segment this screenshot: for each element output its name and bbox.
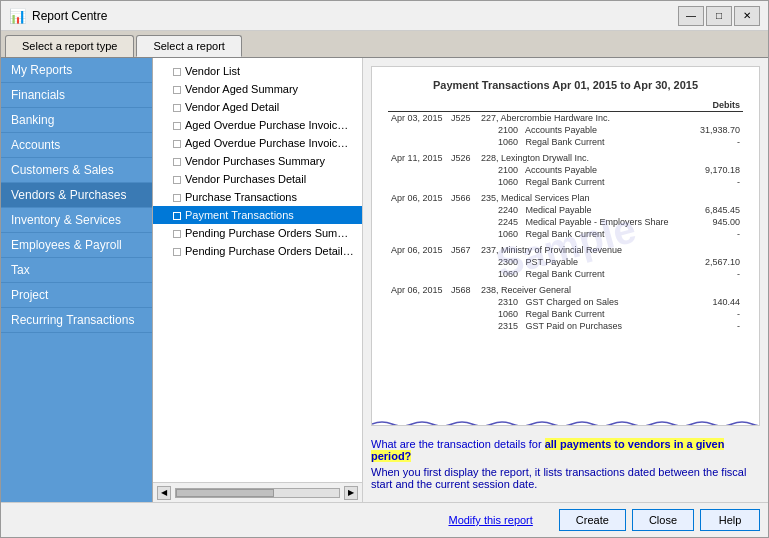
table-row: Apr 11, 2015 J526 228, Lexington Drywall… [388, 152, 743, 164]
title-bar-buttons: — □ ✕ [678, 6, 760, 26]
tab-select-a-report[interactable]: Select a report [136, 35, 242, 57]
middle-panel: Vendor List Vendor Aged Summary Vendor A… [153, 58, 363, 502]
wavy-svg [372, 420, 759, 425]
scroll-left-arrow[interactable]: ◀ [157, 486, 171, 500]
table-row: 2100 Accounts Payable 31,938.70 [388, 124, 743, 136]
scroll-right-arrow[interactable]: ▶ [344, 486, 358, 500]
list-item-pending-purchase-orders-sum[interactable]: Pending Purchase Orders Summary by V... [153, 224, 362, 242]
table-row: 2100 Accounts Payable 9,170.18 [388, 164, 743, 176]
title-bar-left: 📊 Report Centre [9, 8, 107, 24]
table-row: Apr 06, 2015 J566 235, Medical Services … [388, 192, 743, 204]
minimize-button[interactable]: — [678, 6, 704, 26]
create-button[interactable]: Create [559, 509, 626, 531]
report-list: Vendor List Vendor Aged Summary Vendor A… [153, 58, 362, 482]
left-panel: My Reports Financials Banking Accounts C… [1, 58, 153, 502]
sidebar-item-vendors-purchases[interactable]: Vendors & Purchases [1, 183, 152, 208]
sidebar-item-project[interactable]: Project [1, 283, 152, 308]
bullet-icon [173, 122, 181, 130]
sidebar-item-accounts[interactable]: Accounts [1, 133, 152, 158]
list-item-aged-overdue-det[interactable]: Aged Overdue Purchase Invoices Deta... [153, 134, 362, 152]
list-item-aged-overdue-sum[interactable]: Aged Overdue Purchase Invoices Sum... [153, 116, 362, 134]
table-row: 1060 Regal Bank Current - [388, 136, 743, 148]
list-item-vendor-purchases-detail[interactable]: Vendor Purchases Detail [153, 170, 362, 188]
table-row: Apr 03, 2015 J525 227, Abercrombie Hardw… [388, 112, 743, 125]
wavy-border [372, 417, 759, 425]
sidebar-item-recurring-transactions[interactable]: Recurring Transactions [1, 308, 152, 333]
list-item-payment-transactions[interactable]: Payment Transactions [153, 206, 362, 224]
list-item-purchase-transactions[interactable]: Purchase Transactions [153, 188, 362, 206]
preview-title: Payment Transactions Apr 01, 2015 to Apr… [388, 79, 743, 91]
main-body: My Reports Financials Banking Accounts C… [1, 57, 768, 502]
tab-row: Select a report type Select a report [1, 31, 768, 57]
bullet-icon [173, 158, 181, 166]
report-centre-window: 📊 Report Centre — □ ✕ Select a report ty… [0, 0, 769, 538]
close-button[interactable]: ✕ [734, 6, 760, 26]
sidebar-item-inventory-services[interactable]: Inventory & Services [1, 208, 152, 233]
table-row: Apr 06, 2015 J568 238, Receiver General [388, 284, 743, 296]
sidebar-item-customers-sales[interactable]: Customers & Sales [1, 158, 152, 183]
tab-select-report-type[interactable]: Select a report type [5, 35, 134, 57]
bullet-icon [173, 140, 181, 148]
list-item-vendor-purchases-summary[interactable]: Vendor Purchases Summary [153, 152, 362, 170]
table-row: 2310 GST Charged on Sales 140.44 [388, 296, 743, 308]
description-question: What are the transaction details for all… [371, 438, 760, 462]
table-row: 1060 Regal Bank Current - [388, 268, 743, 280]
bullet-icon [173, 194, 181, 202]
preview-content: Payment Transactions Apr 01, 2015 to Apr… [372, 67, 759, 344]
preview-table: Debits Apr 03, 2015 J525 227, Abercrombi… [388, 99, 743, 332]
description-body: When you first display the report, it li… [371, 466, 760, 490]
debits-header: Debits [683, 99, 743, 112]
table-row: 1060 Regal Bank Current - [388, 176, 743, 188]
modify-report-link[interactable]: Modify this report [9, 514, 533, 526]
sidebar-item-banking[interactable]: Banking [1, 108, 152, 133]
list-item-pending-purchase-orders-det[interactable]: Pending Purchase Orders Detail by Ver... [153, 242, 362, 260]
right-panel: Payment Transactions Apr 01, 2015 to Apr… [363, 58, 768, 502]
bullet-icon [173, 68, 181, 76]
maximize-button[interactable]: □ [706, 6, 732, 26]
table-row: 1060 Regal Bank Current - [388, 228, 743, 240]
window-icon: 📊 [9, 8, 26, 24]
table-row: 2245 Medical Payable - Employers Share 9… [388, 216, 743, 228]
help-button[interactable]: Help [700, 509, 760, 531]
middle-scrollbar: ◀ ▶ [153, 482, 362, 502]
list-item-vendor-aged-detail[interactable]: Vendor Aged Detail [153, 98, 362, 116]
bullet-icon [173, 86, 181, 94]
bullet-icon [173, 248, 181, 256]
table-row: 2240 Medical Payable 6,845.45 [388, 204, 743, 216]
sidebar-item-financials[interactable]: Financials [1, 83, 152, 108]
content-area: Select a report type Select a report My … [1, 31, 768, 502]
window-title: Report Centre [32, 9, 107, 23]
table-header-row: Debits [388, 99, 743, 112]
bottom-bar: Modify this report Create Close Help [1, 502, 768, 537]
preview-box: Payment Transactions Apr 01, 2015 to Apr… [371, 66, 760, 426]
bullet-icon [173, 104, 181, 112]
close-button-bottom[interactable]: Close [632, 509, 694, 531]
title-bar: 📊 Report Centre — □ ✕ [1, 1, 768, 31]
table-row: 2315 GST Paid on Purchases - [388, 320, 743, 332]
bullet-icon [173, 230, 181, 238]
sidebar-item-employees-payroll[interactable]: Employees & Payroll [1, 233, 152, 258]
scroll-track[interactable] [175, 488, 340, 498]
sidebar-item-my-reports[interactable]: My Reports [1, 58, 152, 83]
list-item-vendor-list[interactable]: Vendor List [153, 62, 362, 80]
description-area: What are the transaction details for all… [371, 434, 760, 494]
table-row: 2300 PST Payable 2,567.10 [388, 256, 743, 268]
sidebar-item-tax[interactable]: Tax [1, 258, 152, 283]
table-row: Apr 06, 2015 J567 237, Ministry of Provi… [388, 244, 743, 256]
bullet-icon [173, 176, 181, 184]
list-item-vendor-aged-summary[interactable]: Vendor Aged Summary [153, 80, 362, 98]
scroll-thumb [176, 489, 274, 497]
bullet-icon [173, 212, 181, 220]
table-row: 1060 Regal Bank Current - [388, 308, 743, 320]
